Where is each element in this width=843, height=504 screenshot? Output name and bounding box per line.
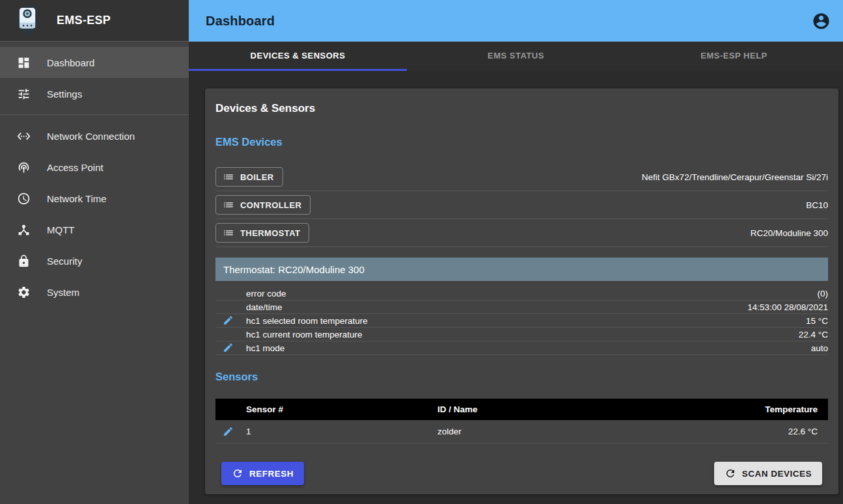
sensor-number: 1 — [246, 427, 437, 436]
sensor-row: 1 zolder 22.6 °C — [215, 420, 828, 444]
refresh-button[interactable]: REFRESH — [221, 462, 304, 485]
sensor-name: zolder — [437, 427, 788, 436]
detail-row-hc1-mode: hc1 mode auto — [215, 341, 828, 355]
app-root: EMS-ESP Dashboard Settings Network C — [0, 0, 843, 504]
sidebar-item-system[interactable]: System — [0, 276, 189, 308]
sidebar-item-label: Security — [47, 256, 82, 267]
detail-row-hc1-selected-temp: hc1 selected room temperature 15 °C — [215, 314, 828, 328]
column-temperature: Temperature — [765, 405, 828, 414]
sensor-temperature: 22.6 °C — [788, 427, 828, 436]
ethernet-icon — [16, 128, 31, 144]
list-icon — [223, 199, 234, 211]
detail-label: hc1 mode — [246, 343, 811, 353]
detail-value: 15 °C — [806, 316, 828, 326]
device-model: RC20/Moduline 300 — [751, 228, 828, 238]
sidebar-item-dashboard[interactable]: Dashboard — [0, 47, 189, 78]
device-model: Nefit GBx72/Trendline/Cerapur/Greenstar … — [642, 172, 828, 182]
refresh-icon — [232, 468, 243, 479]
device-type-label: BOILER — [240, 172, 274, 182]
pencil-icon — [223, 342, 234, 354]
sidebar-nav: Dashboard Settings Network Connection Ac — [0, 42, 189, 308]
device-type-label: THERMOSTAT — [240, 228, 300, 238]
detail-row-date-time: date/time 14:53:00 28/08/2021 — [215, 300, 828, 314]
device-row-controller: CONTROLLER BC10 — [215, 191, 828, 219]
scan-devices-button[interactable]: SCAN DEVICES — [714, 462, 822, 485]
sidebar-item-mqtt[interactable]: MQTT — [0, 214, 189, 245]
sidebar-item-settings[interactable]: Settings — [0, 78, 189, 109]
account-button[interactable] — [810, 10, 831, 31]
ems-device-list: BOILER Nefit GBx72/Trendline/Cerapur/Gre… — [215, 163, 828, 247]
pencil-icon — [223, 315, 234, 326]
app-title: EMS-ESP — [57, 14, 111, 27]
main-area: Devices & Sensors EMS Devices BOILER Nef… — [189, 71, 843, 504]
page-title: Dashboard — [206, 14, 275, 29]
action-buttons-row: REFRESH SCAN DEVICES — [215, 462, 828, 485]
sidebar-header: EMS-ESP — [0, 0, 189, 42]
device-row-thermostat: THERMOSTAT RC20/Moduline 300 — [215, 219, 828, 247]
boiler-button[interactable]: BOILER — [215, 167, 283, 187]
tab-ems-esp-help[interactable]: EMS-ESP HELP — [625, 42, 843, 71]
edit-button[interactable] — [223, 315, 234, 326]
refresh-button-label: REFRESH — [249, 469, 294, 479]
detail-value: auto — [811, 343, 828, 353]
appbar: Dashboard — [189, 0, 843, 42]
pencil-icon — [223, 426, 234, 438]
detail-row-hc1-current-temp: hc1 current room temperature 22.4 °C — [215, 328, 828, 341]
sensors-table-header: Sensor # ID / Name Temperature — [215, 399, 828, 420]
detail-value: (0) — [818, 289, 829, 298]
clock-icon — [16, 191, 31, 206]
sensors-heading: Sensors — [215, 371, 828, 383]
sidebar-item-label: Settings — [47, 88, 82, 99]
sidebar-item-label: Network Connection — [47, 131, 135, 142]
refresh-icon — [725, 468, 736, 479]
sidebar-item-access-point[interactable]: Access Point — [0, 152, 189, 183]
column-id-name: ID / Name — [437, 405, 765, 414]
list-icon — [223, 171, 234, 183]
detail-label: date/time — [246, 302, 747, 312]
sidebar-item-network-connection[interactable]: Network Connection — [0, 120, 189, 152]
detail-label: error code — [246, 289, 818, 298]
sidebar-item-label: Dashboard — [47, 57, 94, 68]
sensors-table: Sensor # ID / Name Temperature 1 zolder … — [215, 399, 828, 444]
device-model: BC10 — [806, 200, 828, 210]
gear-icon — [16, 284, 31, 300]
tab-ems-status[interactable]: EMS STATUS — [407, 42, 625, 71]
detail-value: 22.4 °C — [799, 330, 828, 339]
sidebar-item-label: MQTT — [47, 224, 75, 235]
device-row-boiler: BOILER Nefit GBx72/Trendline/Cerapur/Gre… — [215, 163, 828, 191]
scan-devices-button-label: SCAN DEVICES — [742, 469, 812, 479]
detail-label: hc1 selected room temperature — [246, 316, 806, 326]
content-column: Dashboard DEVICES & SENSORS EMS STATUS E… — [189, 0, 843, 504]
tab-bar: DEVICES & SENSORS EMS STATUS EMS-ESP HEL… — [189, 42, 843, 71]
detail-label: hc1 current room temperature — [246, 330, 799, 339]
edit-button[interactable] — [223, 342, 234, 354]
device-hub-icon — [16, 222, 31, 237]
list-icon — [223, 227, 234, 239]
ems-devices-heading: EMS Devices — [215, 136, 828, 148]
device-type-label: CONTROLLER — [240, 200, 301, 210]
thermostat-detail-header: Thermostat: RC20/Moduline 300 — [215, 258, 828, 281]
sidebar: EMS-ESP Dashboard Settings Network C — [0, 0, 189, 504]
thermostat-detail-rows: error code (0) date/time 14:53:00 28/08/… — [215, 287, 828, 355]
wifi-tethering-icon — [16, 159, 31, 175]
sidebar-divider — [0, 114, 189, 115]
controller-button[interactable]: CONTROLLER — [215, 195, 311, 215]
thermostat-button[interactable]: THERMOSTAT — [215, 223, 309, 243]
sidebar-item-label: System — [47, 287, 79, 298]
tab-devices-sensors[interactable]: DEVICES & SENSORS — [189, 42, 407, 71]
detail-row-error-code: error code (0) — [215, 287, 828, 300]
sidebar-item-security[interactable]: Security — [0, 245, 189, 276]
panel-title: Devices & Sensors — [215, 102, 828, 115]
edit-button[interactable] — [223, 426, 234, 438]
ems-esp-logo-icon — [16, 6, 40, 36]
sidebar-item-network-time[interactable]: Network Time — [0, 183, 189, 214]
tune-icon — [16, 86, 31, 101]
sidebar-item-label: Network Time — [47, 193, 107, 204]
column-sensor-number: Sensor # — [246, 405, 437, 414]
devices-sensors-card: Devices & Sensors EMS Devices BOILER Nef… — [205, 88, 838, 494]
detail-value: 14:53:00 28/08/2021 — [747, 302, 828, 312]
dashboard-icon — [16, 55, 31, 70]
lock-icon — [16, 253, 31, 269]
sidebar-item-label: Access Point — [47, 162, 104, 173]
account-circle-icon — [812, 12, 831, 31]
